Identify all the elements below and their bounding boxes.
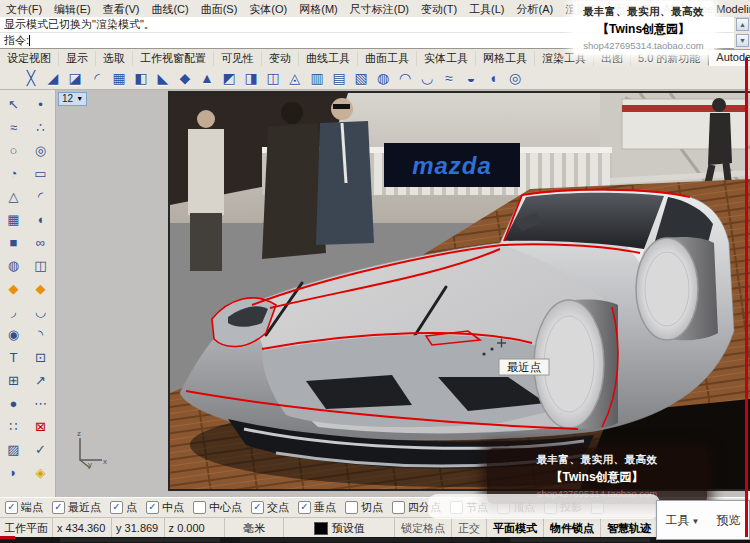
tool-icon[interactable]: ◖ <box>29 209 52 232</box>
tool-icon[interactable]: ≈ <box>2 117 25 140</box>
tool-icon[interactable]: ▭ <box>29 163 52 186</box>
scroll-down-button[interactable]: ▼ <box>736 34 749 47</box>
tool-icon[interactable]: ● <box>2 393 25 416</box>
asm-tool-icon[interactable]: ▦ <box>108 68 130 88</box>
asm-tool-icon[interactable]: ▧ <box>350 68 372 88</box>
asm-tool-icon[interactable]: ◠ <box>394 68 416 88</box>
osnap-checkbox[interactable] <box>110 501 123 514</box>
toolbar-tab[interactable]: 变动 <box>262 51 299 66</box>
asm-tool-icon[interactable]: ◣ <box>152 68 174 88</box>
tool-icon[interactable]: ◈ <box>29 462 52 485</box>
tool-icon[interactable]: ◝ <box>29 324 52 347</box>
toolbar-tab[interactable]: 设定视图 <box>0 51 59 66</box>
asm-tool-icon[interactable]: ▤ <box>328 68 350 88</box>
asm-tool-icon[interactable]: ◍ <box>372 68 394 88</box>
tool-icon[interactable]: ◉ <box>2 324 25 347</box>
layer-indicator[interactable]: 预设值 <box>284 518 395 538</box>
toolbar-tab-active[interactable]: Autodesk Shape Modeling <box>708 49 750 66</box>
menu-item[interactable]: 分析(A) <box>511 1 560 17</box>
tool-icon[interactable]: ⋯ <box>29 393 52 416</box>
asm-tool-icon[interactable]: ≈ <box>438 68 460 88</box>
osnap-checkbox[interactable] <box>52 501 65 514</box>
status-toggle[interactable]: 平面模式 <box>487 518 544 538</box>
tool-icon[interactable]: ✓ <box>29 439 52 462</box>
asm-tool-icon[interactable]: ▥ <box>306 68 328 88</box>
tool-icon[interactable]: ◆ <box>2 278 25 301</box>
asm-tool-icon[interactable]: ◬ <box>284 68 306 88</box>
tool-icon[interactable]: T <box>2 347 25 370</box>
asm-tool-icon[interactable]: ◩ <box>218 68 240 88</box>
osnap-checkbox[interactable] <box>146 501 159 514</box>
toolbar-tab[interactable]: 工作视窗配置 <box>133 51 214 66</box>
toolbar-tab[interactable]: 可见性 <box>214 51 262 66</box>
tool-icon[interactable]: ⊞ <box>2 370 25 393</box>
scroll-up-button[interactable]: ▲ <box>736 18 749 31</box>
menu-item[interactable]: 变动(T) <box>415 1 463 17</box>
tool-icon[interactable]: ◞ <box>2 301 25 324</box>
viewport-layer-badge[interactable]: 12▼ <box>58 92 87 106</box>
status-toggle[interactable]: 正交 <box>452 518 487 538</box>
asm-tool-icon[interactable]: ◨ <box>240 68 262 88</box>
menu-item[interactable]: 查看(V) <box>97 1 146 17</box>
osnap-checkbox[interactable] <box>345 501 358 514</box>
tool-icon[interactable]: ∞ <box>29 232 52 255</box>
toolbar-tab[interactable]: 实体工具 <box>417 51 476 66</box>
perspective-viewport[interactable]: 12▼ <box>56 90 745 497</box>
toolbar-tab[interactable]: 网格工具 <box>476 51 535 66</box>
toolbar-tab[interactable]: 选取 <box>96 51 133 66</box>
asm-tool-icon[interactable]: ◢ <box>42 68 64 88</box>
toolbar-tab[interactable]: 曲面工具 <box>358 51 417 66</box>
reference-photo-canvas[interactable]: mazda <box>168 91 750 491</box>
menu-item[interactable]: 文件(F) <box>0 1 48 17</box>
tool-icon[interactable]: △ <box>2 186 25 209</box>
asm-tool-icon[interactable]: ╳ <box>20 68 42 88</box>
tool-icon[interactable]: ◫ <box>29 255 52 278</box>
tool-icon[interactable]: ◎ <box>29 140 52 163</box>
osnap-checkbox[interactable] <box>193 501 206 514</box>
menu-item[interactable]: 尺寸标注(D) <box>344 1 415 17</box>
tool-icon[interactable]: ↖ <box>2 94 25 117</box>
menu-item[interactable]: 实体(O) <box>243 1 293 17</box>
tool-icon[interactable]: ⊠ <box>29 416 52 439</box>
preview-button[interactable]: 预览 <box>716 512 740 529</box>
tool-icon[interactable]: ⊡ <box>29 347 52 370</box>
menu-item[interactable]: 工具(L) <box>463 1 510 17</box>
tool-icon[interactable]: ◍ <box>2 255 25 278</box>
tool-icon[interactable]: ▨ <box>2 439 25 462</box>
tool-icon[interactable]: ◆ <box>29 278 52 301</box>
asm-tool-icon[interactable]: ◒ <box>460 68 482 88</box>
status-toggle[interactable]: 智慧轨迹 <box>601 518 658 538</box>
asm-tool-icon[interactable]: ◡ <box>416 68 438 88</box>
asm-tool-icon[interactable]: ◫ <box>262 68 284 88</box>
tool-icon[interactable]: ∴ <box>29 117 52 140</box>
tool-icon[interactable]: ▦ <box>2 209 25 232</box>
menu-item[interactable]: 曲线(C) <box>145 1 194 17</box>
asm-tool-icon[interactable]: ◜ <box>86 68 108 88</box>
asm-tool-icon[interactable]: ◧ <box>130 68 152 88</box>
asm-tool-icon[interactable]: ◎ <box>504 68 526 88</box>
menu-item[interactable]: 编辑(E) <box>48 1 97 17</box>
menu-item[interactable]: 网格(M) <box>293 1 344 17</box>
tool-icon[interactable]: ■ <box>2 232 25 255</box>
osnap-checkbox[interactable] <box>5 501 18 514</box>
menu-item[interactable]: 曲面(S) <box>195 1 244 17</box>
status-toggle[interactable]: 物件锁点 <box>544 518 601 538</box>
tool-icon[interactable]: ◡ <box>29 301 52 324</box>
tools-menu-button[interactable]: 工具▼ <box>666 512 700 529</box>
tool-icon[interactable]: ◔ <box>2 163 25 186</box>
tool-icon[interactable]: ○ <box>2 140 25 163</box>
toolbar-tab[interactable]: 显示 <box>59 51 96 66</box>
osnap-checkbox[interactable] <box>298 501 311 514</box>
asm-tool-icon[interactable]: ◆ <box>174 68 196 88</box>
tool-icon[interactable]: ∷ <box>2 416 25 439</box>
tool-icon[interactable]: • <box>29 94 52 117</box>
asm-tool-icon[interactable]: ◪ <box>64 68 86 88</box>
tool-icon[interactable]: ◜ <box>29 186 52 209</box>
toolbar-tab[interactable]: 曲线工具 <box>299 51 358 66</box>
status-toggle[interactable]: 锁定格点 <box>395 518 452 538</box>
asm-tool-icon[interactable]: ◖ <box>482 68 504 88</box>
tool-icon[interactable]: ◗ <box>2 462 25 485</box>
units-label[interactable]: 毫米 <box>225 518 284 538</box>
osnap-checkbox[interactable] <box>392 501 405 514</box>
cplane-button[interactable]: 工作平面 <box>0 518 53 538</box>
